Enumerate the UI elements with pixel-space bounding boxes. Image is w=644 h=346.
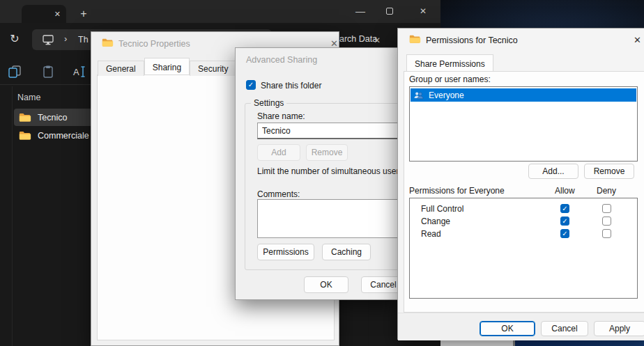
cancel-button[interactable]: Cancel bbox=[541, 321, 588, 336]
advanced-sharing-dialog: Advanced Sharing ✓ Share this folder Set… bbox=[235, 47, 402, 300]
tab-security[interactable]: Security bbox=[190, 61, 236, 76]
file-name: Commerciale bbox=[38, 131, 89, 141]
tab-general[interactable]: General bbox=[98, 61, 144, 76]
caching-button[interactable]: Caching bbox=[322, 244, 371, 260]
svg-text:A: A bbox=[73, 67, 79, 77]
breadcrumb-text[interactable]: Th bbox=[78, 35, 89, 45]
deny-checkbox[interactable]: ✓ bbox=[602, 204, 611, 213]
allow-checkbox[interactable]: ✓ bbox=[560, 217, 569, 226]
limit-users-label: Limit the number of simultaneous users t… bbox=[257, 166, 402, 176]
name-column-header[interactable]: Name bbox=[17, 93, 40, 102]
share-name-label: Share name: bbox=[257, 111, 305, 121]
pane-divider bbox=[12, 86, 13, 346]
paste-icon[interactable] bbox=[40, 64, 56, 79]
permission-name: Full Control bbox=[421, 204, 463, 214]
copy-icon[interactable] bbox=[7, 64, 22, 79]
group-name: Everyone bbox=[429, 91, 464, 100]
permission-name: Change bbox=[421, 217, 450, 226]
permissions-list[interactable]: Full Control ✓ ✓ Change ✓ ✓ Read ✓ ✓ bbox=[409, 198, 638, 299]
ok-button[interactable]: OK bbox=[480, 321, 535, 336]
search-clear-icon[interactable]: ✕ bbox=[374, 36, 381, 45]
rename-icon[interactable]: A bbox=[71, 64, 88, 79]
background-window-strip bbox=[440, 340, 513, 346]
window-minimize-button[interactable]: — bbox=[350, 3, 371, 19]
add-button[interactable]: Add bbox=[257, 144, 300, 161]
permissions-dialog: Permissions for Tecnico ✕ Share Permissi… bbox=[397, 28, 644, 340]
folder-icon bbox=[19, 112, 31, 123]
allow-column-header: Allow bbox=[555, 186, 575, 196]
list-item-everyone[interactable]: Everyone bbox=[411, 88, 636, 102]
comments-textarea[interactable] bbox=[257, 199, 402, 238]
group-legend: Settings bbox=[251, 98, 286, 108]
group-user-list[interactable]: Everyone bbox=[409, 86, 638, 162]
tab-sharing[interactable]: Sharing bbox=[144, 58, 190, 74]
allow-checkbox[interactable]: ✓ bbox=[560, 204, 569, 213]
window-close-button[interactable]: ✕ bbox=[413, 3, 434, 19]
ok-button[interactable]: OK bbox=[304, 276, 348, 293]
permissions-for-label: Permissions for Everyone bbox=[409, 186, 505, 196]
permission-row-change: Change ✓ ✓ bbox=[410, 215, 637, 228]
permission-row-full-control: Full Control ✓ ✓ bbox=[410, 203, 637, 215]
dialog-title: Tecnico Properties bbox=[118, 39, 190, 49]
refresh-icon[interactable]: ↻ bbox=[7, 31, 22, 46]
comments-label: Comments: bbox=[257, 189, 300, 199]
folder-icon bbox=[409, 34, 421, 44]
cancel-button[interactable]: Cancel bbox=[361, 276, 402, 293]
share-this-folder-checkbox[interactable]: ✓ bbox=[246, 80, 256, 90]
deny-column-header: Deny bbox=[597, 186, 616, 196]
tab-close-icon[interactable]: ✕ bbox=[54, 10, 61, 18]
remove-button[interactable]: Remove bbox=[584, 164, 634, 179]
file-name: Tecnico bbox=[38, 113, 67, 123]
permission-row-read: Read ✓ ✓ bbox=[410, 228, 637, 240]
dialog-title: Permissions for Tecnico bbox=[426, 36, 518, 45]
screen: ✕ + — ✕ ↻ › Th arch Data ✕ A bbox=[0, 0, 644, 346]
permissions-tabs: Share Permissions bbox=[406, 56, 493, 72]
tab-share-permissions[interactable]: Share Permissions bbox=[406, 54, 493, 71]
deny-checkbox[interactable]: ✓ bbox=[602, 217, 611, 226]
chevron-right-icon: › bbox=[64, 33, 67, 44]
this-pc-icon[interactable] bbox=[42, 33, 54, 46]
folder-icon bbox=[19, 130, 31, 141]
search-input[interactable]: arch Data bbox=[339, 34, 377, 44]
folder-icon bbox=[102, 38, 114, 47]
share-name-input[interactable] bbox=[257, 123, 402, 139]
deny-checkbox[interactable]: ✓ bbox=[602, 229, 611, 238]
everyone-group-icon bbox=[413, 91, 424, 100]
new-tab-button[interactable]: + bbox=[75, 6, 92, 22]
group-user-names-label: Group or user names: bbox=[409, 74, 491, 84]
maximize-icon bbox=[386, 8, 393, 15]
permissions-button[interactable]: Permissions bbox=[257, 244, 314, 260]
permission-name: Read bbox=[421, 229, 441, 239]
desktop-wallpaper-strip bbox=[515, 340, 644, 346]
allow-checkbox[interactable]: ✓ bbox=[560, 229, 569, 238]
add-button[interactable]: Add... bbox=[528, 164, 578, 179]
window-maximize-button[interactable] bbox=[379, 3, 400, 19]
share-this-folder-label: Share this folder bbox=[261, 81, 321, 91]
dialog-title: Advanced Sharing bbox=[246, 55, 317, 65]
explorer-active-tab[interactable]: ✕ bbox=[22, 5, 66, 23]
remove-button[interactable]: Remove bbox=[306, 144, 348, 161]
close-icon[interactable]: ✕ bbox=[634, 35, 641, 45]
apply-button[interactable]: Apply bbox=[594, 321, 644, 336]
